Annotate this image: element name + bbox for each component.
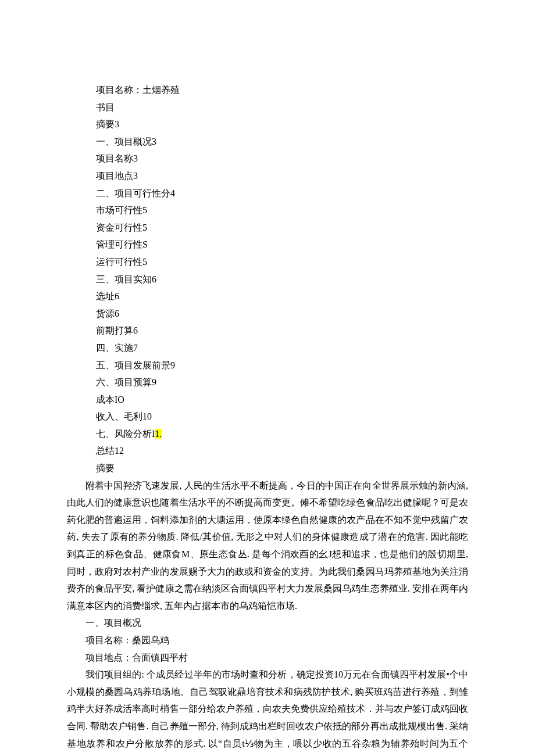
toc-item: 书目 bbox=[96, 99, 468, 116]
toc-item: 运行可行性5 bbox=[96, 253, 468, 271]
document-page: 项目名称：土烟养殖 书目 摘要3 一、项目概况3 项目名称3 项目地点3 二、项… bbox=[0, 0, 535, 756]
project-location-line: 项目地点：合面镇四平村 bbox=[67, 649, 468, 667]
toc-item: 选址6 bbox=[96, 288, 468, 305]
toc-item: 五、项目发展前景9 bbox=[96, 357, 468, 374]
toc-item-risk: 七、风险分析I1. bbox=[96, 425, 468, 443]
toc-item: 总结12 bbox=[96, 442, 468, 460]
toc-item: 成本IO bbox=[96, 391, 468, 409]
toc-item: 六、项目预算9 bbox=[96, 374, 468, 391]
abstract-paragraph: 附着中国羟济飞速发展, 人民的生活水平不断提高，今日的中国正在向全世界展示烛的新… bbox=[67, 477, 468, 615]
toc-item: 项目地点3 bbox=[96, 167, 468, 185]
toc-item: 摘要 bbox=[96, 460, 468, 477]
toc-item: 四、实施7 bbox=[96, 339, 468, 357]
toc-item: 项目名称：土烟养殖 bbox=[96, 81, 468, 99]
toc-item: 摘要3 bbox=[96, 116, 468, 133]
highlight-text: 1. bbox=[155, 429, 162, 439]
toc-item: 三、项目实知6 bbox=[96, 271, 468, 288]
toc-item: 管理可行性S bbox=[96, 236, 468, 253]
toc-item: 市场可行性5 bbox=[96, 202, 468, 219]
section1-paragraph: 我们项目组的: 个成员经过半年的市场时查和分析，确定投资10万元在合面镇四平村发… bbox=[67, 666, 468, 756]
toc-item: 货源6 bbox=[96, 305, 468, 323]
toc-item: 资金可行性5 bbox=[96, 219, 468, 237]
toc-item-text: 七、风险分析I bbox=[96, 429, 155, 439]
toc-item: 前期打算6 bbox=[96, 322, 468, 339]
toc-block: 项目名称：土烟养殖 书目 摘要3 一、项目概况3 项目名称3 项目地点3 二、项… bbox=[67, 81, 468, 477]
project-name-line: 项目名称：桑园乌鸡 bbox=[67, 632, 468, 649]
toc-item: 一、项目概况3 bbox=[96, 133, 468, 151]
toc-item: 项目名称3 bbox=[96, 150, 468, 167]
toc-item: 收入、毛利10 bbox=[96, 408, 468, 425]
toc-item: 二、项目可行性分4 bbox=[96, 185, 468, 202]
section-heading: 一、项目概况 bbox=[67, 614, 468, 632]
